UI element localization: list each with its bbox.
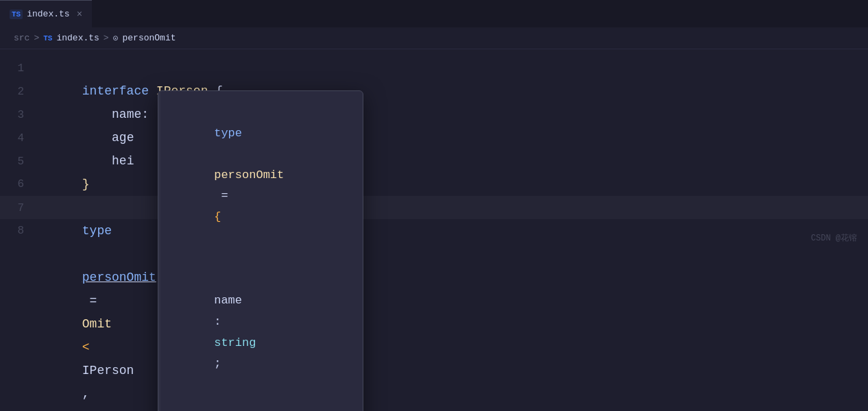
code-line-1: 1 interface IPerson { bbox=[0, 56, 868, 79]
tt-prop-name: name bbox=[214, 294, 242, 307]
code-line-4: 4 hei bbox=[0, 126, 868, 149]
breadcrumb-file: index.ts bbox=[56, 33, 99, 43]
line-number-7: 7 bbox=[0, 197, 38, 220]
omit-func: Omit bbox=[82, 317, 112, 331]
tooltip-line-2: name : string ; bbox=[172, 249, 346, 395]
code-line-5: 5 } bbox=[0, 149, 868, 173]
tt-keyword-type: type bbox=[214, 127, 242, 140]
ts-icon: TS bbox=[10, 10, 23, 19]
line-number-2: 2 bbox=[0, 80, 38, 103]
tab-close-button[interactable]: × bbox=[77, 9, 82, 20]
type-personOmit-ref: personOmit bbox=[82, 271, 156, 284]
tooltip-line-3: height : number ; bbox=[172, 395, 346, 411]
hover-tooltip: type personOmit = { name : string ; heig… bbox=[158, 90, 363, 411]
breadcrumb-func-icon: ⊙ bbox=[113, 33, 119, 44]
angle-open: < bbox=[82, 340, 90, 354]
breadcrumb-src: src bbox=[14, 33, 29, 43]
line-number-3: 3 bbox=[0, 103, 38, 127]
code-line-6: 6 bbox=[0, 173, 868, 196]
breadcrumb-sep2: > bbox=[104, 33, 109, 43]
line-number-6: 6 bbox=[0, 173, 38, 196]
watermark: CSDN @花镕 bbox=[811, 232, 857, 244]
code-line-2: 2 name: string bbox=[0, 79, 868, 103]
code-line-3: 3 age bbox=[0, 103, 868, 126]
tt-type-name: personOmit bbox=[214, 169, 284, 182]
code-line-8: 8 bbox=[0, 219, 868, 242]
line-number-5: 5 bbox=[0, 150, 38, 173]
iperson-ref: IPerson bbox=[82, 364, 134, 377]
code-line-7: 7 type personOmit = Omit < IPerson , 'ag… bbox=[0, 196, 868, 219]
tab-index-ts[interactable]: TS index.ts × bbox=[0, 0, 92, 27]
breadcrumb-func-name: personOmit bbox=[122, 33, 176, 43]
line-number-8: 8 bbox=[0, 219, 38, 242]
line-number-1: 1 bbox=[0, 57, 38, 80]
tab-bar: TS index.ts × bbox=[0, 0, 868, 27]
editor-area[interactable]: 1 interface IPerson { 2 name: string 3 a… bbox=[0, 49, 868, 249]
tooltip-line-1: type personOmit = { bbox=[172, 102, 346, 249]
breadcrumb: src > TS index.ts > ⊙ personOmit bbox=[0, 27, 868, 49]
tt-type-string: string bbox=[214, 336, 256, 349]
tab-filename: index.ts bbox=[27, 9, 69, 19]
line-number-4: 4 bbox=[0, 127, 38, 150]
tt-open-brace: { bbox=[214, 210, 221, 223]
breadcrumb-sep1: > bbox=[34, 33, 39, 43]
breadcrumb-ts-icon: TS bbox=[43, 34, 52, 42]
